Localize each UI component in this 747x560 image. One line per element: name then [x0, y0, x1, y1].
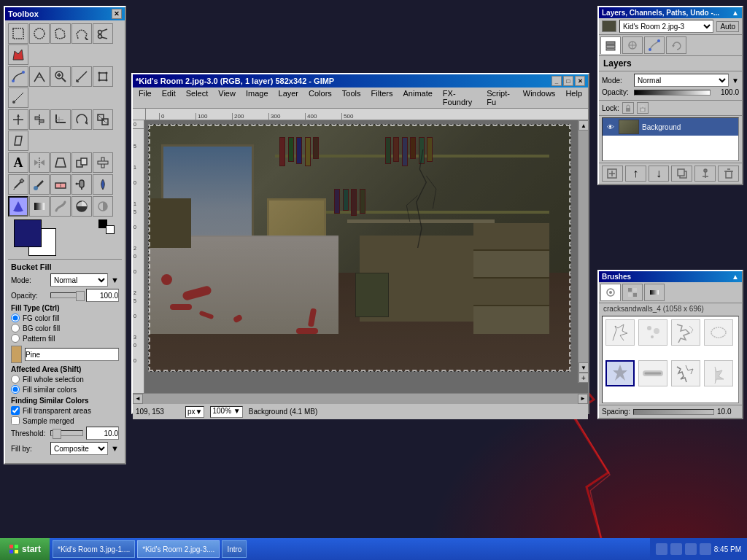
- delete-layer-button[interactable]: [718, 166, 739, 182]
- brush-tab-brushes[interactable]: [600, 284, 621, 301]
- menu-view[interactable]: View: [214, 88, 240, 107]
- canvas-image[interactable]: [148, 124, 571, 372]
- menu-edit[interactable]: Edit: [158, 88, 180, 107]
- gimp-close-button[interactable]: ✕: [575, 76, 585, 86]
- taskbar-item-2[interactable]: *Kid's Room 2.jpg-3....: [137, 540, 220, 558]
- scroll-up-button[interactable]: ▲: [578, 120, 588, 131]
- spacing-slider[interactable]: [633, 409, 714, 415]
- toolbox-close-button[interactable]: ✕: [112, 9, 122, 19]
- start-button[interactable]: start: [0, 538, 50, 560]
- pattern-fill-radio[interactable]: [11, 334, 20, 343]
- text-tool[interactable]: A: [8, 152, 28, 173]
- layer-opacity-slider[interactable]: [634, 90, 711, 96]
- fg-color-fill-radio[interactable]: [11, 314, 20, 322]
- zoom-selector[interactable]: 100% ▼: [210, 406, 242, 418]
- scroll-right-button[interactable]: ►: [578, 394, 588, 404]
- tab-undo[interactable]: [666, 36, 686, 54]
- scroll-track-h[interactable]: [143, 394, 578, 404]
- crop-tool[interactable]: [50, 109, 71, 130]
- airbrush-tool[interactable]: [71, 174, 92, 195]
- tray-icon-4[interactable]: [700, 543, 711, 555]
- pattern-preview[interactable]: [11, 346, 22, 363]
- scroll-down-button[interactable]: ▼: [578, 362, 588, 373]
- taskbar-item-3[interactable]: Intro: [222, 540, 247, 558]
- measure-tool[interactable]: [71, 66, 92, 87]
- brush-cell-2[interactable]: [638, 319, 667, 346]
- fuzzy-select-tool[interactable]: [71, 23, 92, 44]
- menu-animate[interactable]: Animate: [398, 88, 436, 107]
- tray-icon-1[interactable]: [656, 543, 667, 555]
- layers-panel-expand[interactable]: ▲: [732, 9, 739, 17]
- iscissors-tool[interactable]: [29, 66, 50, 87]
- free-select-tool[interactable]: [50, 23, 71, 44]
- blend-tool[interactable]: [29, 196, 50, 217]
- scroll-plus-button[interactable]: +: [578, 373, 588, 383]
- brushes-panel-expand[interactable]: ▲: [732, 273, 739, 281]
- layer-visibility-eye[interactable]: 👁: [605, 122, 616, 132]
- vertical-scrollbar[interactable]: ▲ ▼ +: [578, 120, 588, 383]
- rotate-tool[interactable]: [71, 109, 92, 130]
- foreground-color-swatch[interactable]: [14, 219, 42, 247]
- perspective-tool[interactable]: [50, 152, 71, 173]
- foreground-select-tool[interactable]: [8, 44, 28, 65]
- scroll-left-button[interactable]: ◄: [133, 394, 143, 404]
- scissors-select-tool[interactable]: [93, 23, 113, 44]
- alignment-tool[interactable]: [29, 109, 50, 130]
- shear-tool[interactable]: [8, 131, 28, 151]
- zoom-tool[interactable]: [50, 66, 71, 87]
- tab-paths[interactable]: [644, 36, 665, 54]
- menu-windows[interactable]: Windows: [519, 88, 560, 107]
- image-selector[interactable]: Kid's Room 2.jpg-3: [619, 20, 713, 33]
- brush-cell-4[interactable]: [704, 319, 733, 346]
- pattern-name-input[interactable]: Pine: [25, 348, 119, 361]
- new-layer-button[interactable]: [602, 166, 623, 182]
- horizontal-scrollbar[interactable]: ◄ ►: [133, 393, 588, 403]
- flip-tool[interactable]: [29, 152, 50, 173]
- fill-by-select[interactable]: Composite: [50, 442, 108, 455]
- raise-layer-button[interactable]: ↑: [625, 166, 646, 182]
- menu-select[interactable]: Select: [182, 88, 213, 107]
- clone-tool[interactable]: [71, 152, 92, 173]
- brush-cell-7[interactable]: [671, 360, 700, 386]
- unit-selector[interactable]: px ▼: [185, 406, 204, 418]
- lower-layer-button[interactable]: ↓: [649, 166, 670, 182]
- menu-filters[interactable]: Filters: [367, 88, 398, 107]
- menu-help[interactable]: Help: [561, 88, 587, 107]
- brush-cell-5-selected[interactable]: [605, 360, 635, 386]
- paintbrush-tool[interactable]: [29, 174, 50, 195]
- transform-tool[interactable]: [93, 66, 113, 87]
- fill-similar-radio[interactable]: [11, 385, 20, 394]
- pencil-tool[interactable]: [8, 174, 28, 195]
- brush-tab-gradients[interactable]: [644, 284, 665, 301]
- opacity-value-input[interactable]: 100.0: [86, 289, 119, 302]
- menu-tools[interactable]: Tools: [338, 88, 365, 107]
- move-tool[interactable]: [8, 109, 28, 130]
- tab-layers[interactable]: [600, 36, 621, 54]
- menu-script-fu[interactable]: Script-Fu: [482, 88, 517, 107]
- smudge-tool[interactable]: [50, 196, 71, 217]
- layer-mode-select[interactable]: Normal: [634, 74, 729, 87]
- anchor-layer-button[interactable]: [694, 166, 716, 182]
- menu-layer[interactable]: Layer: [274, 88, 303, 107]
- brush-tab-patterns[interactable]: [622, 284, 643, 301]
- tray-icon-3[interactable]: [685, 543, 697, 555]
- gimp-minimize-button[interactable]: _: [551, 76, 562, 86]
- desaturate-tool[interactable]: [93, 196, 113, 217]
- brush-cell-3[interactable]: [671, 319, 700, 346]
- fill-whole-radio[interactable]: [11, 375, 20, 384]
- menu-image[interactable]: Image: [241, 88, 273, 107]
- canvas-container[interactable]: ▲ ▼ +: [144, 120, 588, 393]
- brush-cell-8[interactable]: [704, 360, 733, 386]
- mode-select[interactable]: Normal: [50, 273, 108, 287]
- taskbar-item-1[interactable]: *Kid's Room 3.jpg-1....: [53, 540, 135, 558]
- tab-channels[interactable]: [622, 36, 643, 54]
- color-picker-tool[interactable]: [8, 88, 28, 108]
- tray-icon-2[interactable]: [670, 543, 682, 555]
- threshold-slider[interactable]: [50, 430, 83, 436]
- dodge-burn-tool[interactable]: [71, 196, 92, 217]
- lock-pixels-icon[interactable]: [622, 102, 634, 114]
- bg-color-fill-radio[interactable]: [11, 324, 20, 332]
- sample-merged-checkbox[interactable]: [11, 416, 20, 425]
- ellipse-select-tool[interactable]: [29, 23, 50, 44]
- layer-item-background[interactable]: 👁 Background: [603, 118, 738, 136]
